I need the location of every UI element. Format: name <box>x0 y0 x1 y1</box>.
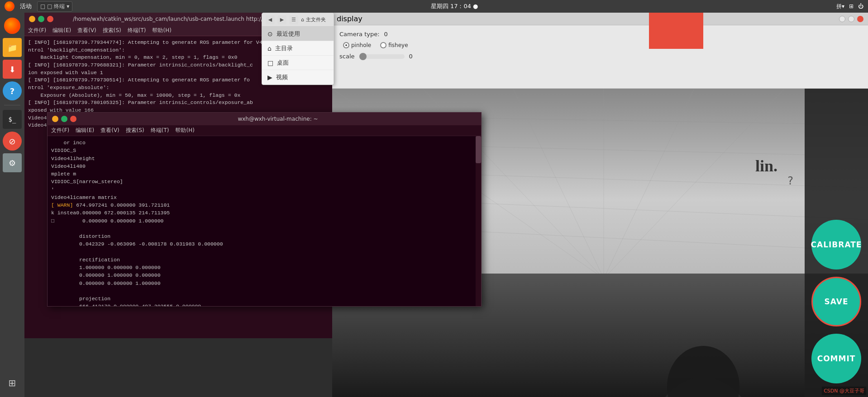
sidebar-icon-help[interactable]: ? <box>3 81 22 100</box>
camera-close[interactable] <box>857 16 863 22</box>
firefox-icon[interactable] <box>5 1 14 11</box>
terminal-line: 0.000000 0.000000 1.000000 <box>51 279 477 287</box>
power-icon[interactable]: ⏻ <box>858 3 863 9</box>
fg-close-button[interactable] <box>70 116 76 122</box>
terminal-taskbar[interactable]: □ □ 终端 ▾ <box>37 1 72 12</box>
red-accent-top <box>649 13 703 49</box>
terminal-line: Video4li480 <box>51 162 477 170</box>
fm-recent-item[interactable]: ⊙ 最近使用 <box>262 27 334 41</box>
watermark: CSDN @大豆子哥 <box>822 387 866 395</box>
terminal-line: [ WARN] 674.997241 0.000000 391.721101 <box>51 201 477 209</box>
camera-minimize[interactable] <box>839 16 845 22</box>
sidebar-icon-firefox[interactable] <box>3 16 22 35</box>
sidebar-icon-grid[interactable]: ⊞ <box>3 373 22 392</box>
fm-back-button[interactable]: ◀ <box>266 15 275 24</box>
layout-icon[interactable]: 拼▾ <box>836 3 844 10</box>
scale-row: scale 0 <box>339 53 861 60</box>
system-bar-right: 拼▾ ⊞ ⏻ <box>836 3 863 10</box>
terminal-line: VIDIOC_S[narrow_stereo] <box>51 178 477 185</box>
save-button[interactable]: SAVE <box>811 277 861 326</box>
camera-top-panel: display Camera type: 0 pinhole fisheye s… <box>332 13 868 89</box>
sidebar-icon-files[interactable]: 📁 <box>3 38 22 57</box>
sidebar-icon-gear[interactable]: ⚙ <box>3 153 22 172</box>
sidebar-icon-software[interactable]: ⬇ <box>3 60 22 79</box>
system-datetime: 星期四 17：04 ● <box>431 2 478 10</box>
minimize-button[interactable] <box>29 16 35 22</box>
radio-pinhole-label: pinhole <box>351 42 371 48</box>
menu-terminal[interactable]: 终端(T) <box>128 27 146 34</box>
terminal-taskbar-label: □ 终端 ▾ <box>47 3 69 10</box>
fg-minimize-button[interactable] <box>52 116 58 122</box>
terminal-fg-content[interactable]: or inco VIDIOC_S Video4liheight Video4li… <box>48 136 481 306</box>
menu-help[interactable]: 帮助(H) <box>152 27 171 34</box>
terminal-line: 1.000000 0.000000 0.000000 <box>51 264 477 271</box>
sidebar-icon-terminal[interactable]: $_ <box>3 110 22 129</box>
fm-recent-icon: ⊙ <box>267 30 273 38</box>
activities-label[interactable]: 活动 <box>20 2 32 10</box>
camera-type-value: 0 <box>384 31 388 38</box>
fm-video-icon: ▶ <box>267 74 272 81</box>
camera-type-row: Camera type: 0 <box>339 31 861 38</box>
menu-view[interactable]: 查看(V) <box>77 27 96 34</box>
menu-edit[interactable]: 编辑(E) <box>52 27 71 34</box>
sidebar-bottom: ⊞ <box>3 373 22 392</box>
terminal-line: ' <box>51 186 477 194</box>
fm-desktop-icon: □ <box>267 59 273 66</box>
radio-fisheye-circle[interactable] <box>380 42 386 48</box>
fm-location-text: 主文件夹 <box>306 16 326 23</box>
terminal-line: k instea0.000000 672.000135 214.711395 <box>51 209 477 217</box>
sidebar-divider <box>4 105 20 105</box>
terminal-line: rectification <box>51 256 477 264</box>
terminal-line: Video4licamera matrix <box>51 194 477 201</box>
overlay-text-lin: lin. <box>755 156 777 175</box>
terminal-line <box>51 287 477 295</box>
menu-search[interactable]: 搜索(S) <box>103 27 121 34</box>
scrollbar-thumb[interactable] <box>476 136 481 163</box>
fm-forward-button[interactable]: ▶ <box>277 15 286 24</box>
fm-home-dir-icon: ⌂ <box>267 45 272 52</box>
fg-menu-terminal[interactable]: 终端(T) <box>151 127 169 134</box>
terminal-line: Video4liheight <box>51 155 477 162</box>
network-icon: ⊞ <box>849 3 854 9</box>
overlay-text-question: ? <box>787 175 793 187</box>
fm-desktop-item[interactable]: □ 桌面 <box>262 56 334 70</box>
fg-menu-edit[interactable]: 编辑(E) <box>76 127 94 134</box>
scale-label: scale <box>339 53 355 60</box>
fm-location: ⌂ 主文件夹 <box>301 16 326 23</box>
fm-menu-button[interactable]: ☰ <box>289 15 298 24</box>
commit-button[interactable]: CoMmit <box>811 334 861 383</box>
terminal-fg-title: wxh@wxh-virtual-machine: ~ <box>79 116 477 122</box>
fm-home-item[interactable]: ⌂ 主目录 <box>262 41 334 56</box>
scale-knob[interactable] <box>359 53 367 60</box>
fg-menu-help[interactable]: 帮助(H) <box>175 127 194 134</box>
system-bar: 活动 □ □ 终端 ▾ 星期四 17：04 ● 拼▾ ⊞ ⏻ <box>0 0 868 13</box>
terminal-line: [ INFO] [1681978739.780105325]: Paramete… <box>28 99 329 107</box>
radio-fisheye-label: fisheye <box>388 42 408 48</box>
fg-maximize-button[interactable] <box>61 116 67 122</box>
fg-menu-file[interactable]: 文件(F) <box>51 127 69 134</box>
calibrate-button[interactable]: CALIBRATE <box>811 220 861 269</box>
terminal-fg-titlebar: wxh@wxh-virtual-machine: ~ <box>48 113 481 125</box>
system-bar-left: 活动 □ □ 终端 ▾ <box>5 1 72 12</box>
fg-menu-search[interactable]: 搜索(S) <box>126 127 144 134</box>
right-panel: CALIBRATE SAVE CoMmit <box>805 89 868 397</box>
svg-line-5 <box>604 89 785 274</box>
camera-maximize[interactable] <box>848 16 854 22</box>
close-button[interactable] <box>47 16 53 22</box>
scrollbar-track <box>476 136 481 306</box>
fm-home-label: 主目录 <box>275 44 293 52</box>
fg-menu-view[interactable]: 查看(V) <box>100 127 119 134</box>
terminal-fg-menu: 文件(F) 编辑(E) 查看(V) 搜索(S) 终端(T) 帮助(H) <box>48 125 481 136</box>
camera-type-label: Camera type: <box>339 31 380 38</box>
svg-line-2 <box>513 89 604 274</box>
sidebar-icon-prohibit[interactable]: ⊘ <box>3 132 22 151</box>
radio-pinhole[interactable]: pinhole <box>343 42 371 48</box>
camera-win-buttons <box>839 16 863 22</box>
maximize-button[interactable] <box>38 16 44 22</box>
scale-slider[interactable] <box>359 54 405 59</box>
menu-file[interactable]: 文件(F) <box>28 27 46 34</box>
radio-fisheye[interactable]: fisheye <box>380 42 408 48</box>
fm-video-label: 视频 <box>276 73 288 81</box>
fm-video-item[interactable]: ▶ 视频 <box>262 70 334 85</box>
radio-pinhole-circle[interactable] <box>343 42 349 48</box>
